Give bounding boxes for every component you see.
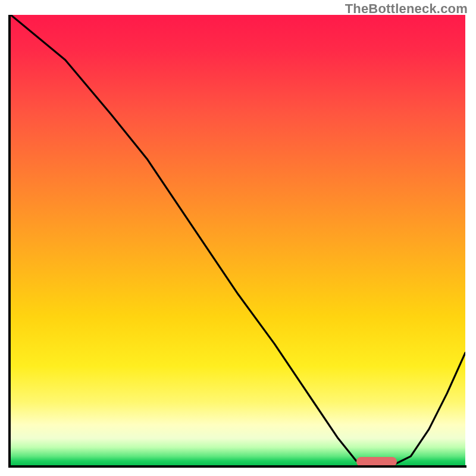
x-axis	[8, 465, 466, 468]
bottleneck-chart: TheBottleneck.com	[0, 0, 476, 476]
optimal-range-marker	[356, 457, 397, 465]
plot-area	[11, 15, 465, 465]
curve-layer	[11, 15, 465, 465]
bottleneck-curve	[11, 15, 465, 465]
